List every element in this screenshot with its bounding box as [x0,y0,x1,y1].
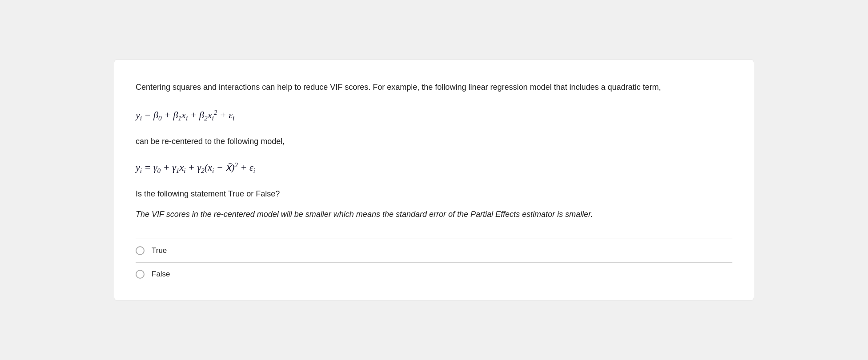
question-text: Is the following statement True or False… [136,188,732,200]
option-false-label: False [152,270,170,279]
option-false[interactable]: False [136,263,732,286]
formula2: yi = γ0 + γ1xi + γ2(xi − x̄)2 + εi [136,159,732,177]
intro-paragraph: Centering squares and interactions can h… [136,81,732,94]
answer-options: True False [136,239,732,286]
formula2-text: yi = γ0 + γ1xi + γ2(xi − x̄)2 + εi [136,162,255,173]
formula1-text: yi = β0 + β1xi + β2xi2 + εi [136,109,234,120]
statement-text: The VIF scores in the re-centered model … [136,208,732,221]
radio-true[interactable] [136,246,145,255]
option-true-label: True [152,246,167,255]
formula1: yi = β0 + β1xi + β2xi2 + εi [136,106,732,124]
between-text: can be re-centered to the following mode… [136,135,732,148]
option-true[interactable]: True [136,239,732,263]
radio-false[interactable] [136,270,145,279]
question-card: Centering squares and interactions can h… [114,59,754,301]
